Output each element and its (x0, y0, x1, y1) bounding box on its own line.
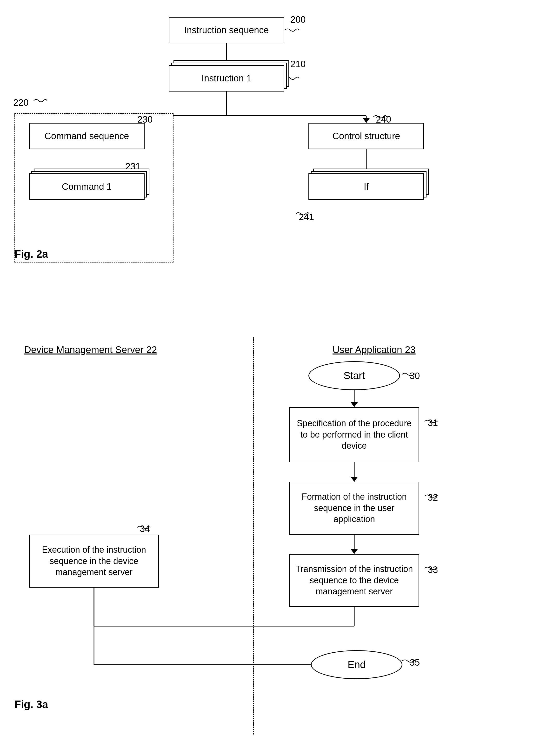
flow-box-34: Execution of the instruction sequence in… (29, 535, 159, 588)
label-33: 33 (428, 565, 438, 575)
svg-marker-10 (363, 118, 370, 123)
start-ellipse: Start (308, 361, 400, 390)
end-ellipse: End (311, 650, 402, 679)
flow-box-31: Specification of the procedure to be per… (289, 407, 419, 462)
fig2a-diagram: Instruction sequence 200 Instruction 1 2… (0, 7, 560, 332)
label-220: 220 (13, 97, 28, 108)
instruction-sequence-box: Instruction sequence (169, 17, 284, 43)
instruction1-box: Instruction 1 (169, 65, 284, 91)
command-sequence-label: Command sequence (45, 131, 129, 141)
control-structure-box: Control structure (308, 123, 424, 149)
instruction-sequence-label: Instruction sequence (184, 25, 269, 36)
box32-text: Formation of the instruction sequence in… (292, 491, 416, 525)
instruction1-label: Instruction 1 (202, 73, 252, 83)
box34-text: Execution of the instruction sequence in… (32, 544, 156, 578)
label-34: 34 (140, 524, 150, 534)
svg-marker-18 (351, 549, 358, 554)
command1-label: Command 1 (62, 182, 112, 192)
end-label: End (348, 659, 366, 670)
command-sequence-box: Command sequence (29, 123, 144, 149)
box33-text: Transmission of the instruction sequence… (292, 563, 416, 597)
label-31: 31 (428, 418, 438, 428)
if-label: If (364, 182, 369, 192)
box31-text: Specification of the procedure to be per… (292, 418, 416, 452)
dms-section-label: Device Management Server 22 (24, 344, 157, 355)
label-241: 241 (299, 212, 314, 222)
start-label: Start (344, 370, 365, 382)
flow-box-32: Formation of the instruction sequence in… (289, 482, 419, 535)
label-32: 32 (428, 492, 438, 503)
fig3a-diagram: Device Management Server 22 User Applica… (0, 337, 560, 735)
fig2a-label: Fig. 2a (14, 248, 48, 260)
label-210: 210 (290, 59, 306, 69)
flow-box-33: Transmission of the instruction sequence… (289, 554, 419, 607)
ua-section-label: User Application 23 (332, 344, 416, 355)
command1-box: Command 1 (29, 174, 144, 200)
svg-marker-14 (351, 402, 358, 407)
label-35: 35 (410, 658, 420, 668)
control-structure-label: Control structure (332, 131, 400, 141)
svg-marker-16 (351, 477, 358, 482)
divider-line (253, 337, 254, 735)
if-box: If (308, 174, 424, 200)
label-200: 200 (290, 14, 306, 25)
fig3a-label: Fig. 3a (14, 698, 48, 711)
label-30: 30 (410, 371, 420, 381)
